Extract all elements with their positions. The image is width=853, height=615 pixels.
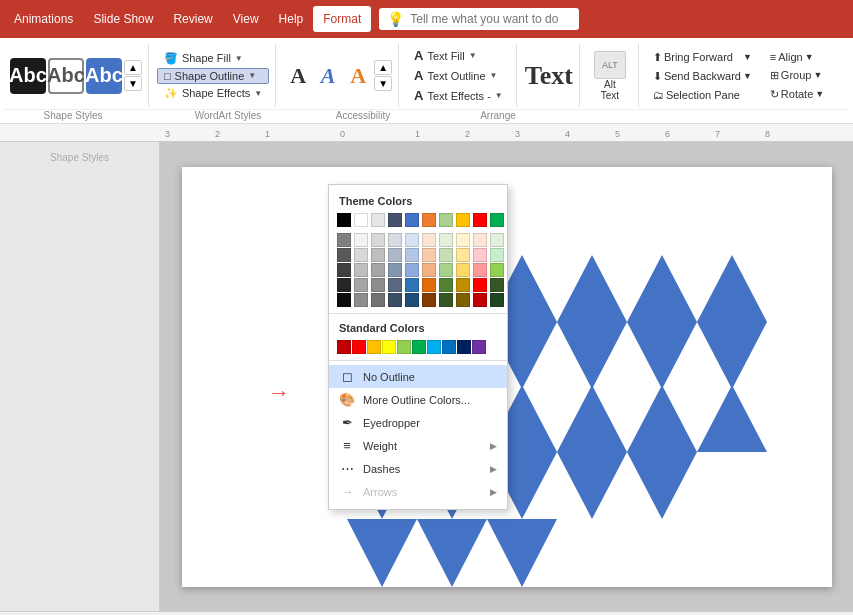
standard-color-cell[interactable] (337, 340, 351, 354)
shade-color-cell[interactable] (490, 263, 504, 277)
shape-style-black[interactable]: Abc (10, 58, 46, 94)
shade-color-cell[interactable] (490, 293, 504, 307)
shade-color-cell[interactable] (439, 293, 453, 307)
shade-color-cell[interactable] (439, 248, 453, 262)
dropdown-item[interactable]: ◻No Outline (329, 365, 507, 388)
selection-pane-btn[interactable]: 🗂 Selection Pane (647, 87, 758, 103)
shade-color-cell[interactable] (354, 263, 368, 277)
menu-animations[interactable]: Animations (4, 6, 83, 32)
shades-row[interactable] (337, 263, 499, 277)
shade-color-cell[interactable] (405, 233, 419, 247)
shade-color-cell[interactable] (439, 263, 453, 277)
shade-color-cell[interactable] (422, 263, 436, 277)
canvas-area[interactable]: → Theme Colors Standard Colors ◻No Outli… (160, 142, 853, 611)
wordart-scroll-more[interactable]: ▼ (374, 76, 392, 91)
shade-color-cell[interactable] (456, 293, 470, 307)
search-input[interactable] (410, 12, 570, 26)
shade-color-cell[interactable] (405, 263, 419, 277)
shade-color-cell[interactable] (473, 233, 487, 247)
bring-forward-btn[interactable]: ⬆ Bring Forward ▼ (647, 49, 758, 66)
theme-color-cell[interactable] (354, 213, 368, 227)
menu-slideshow[interactable]: Slide Show (83, 6, 163, 32)
dropdown-item[interactable]: 🎨More Outline Colors... (329, 388, 507, 411)
shade-color-cell[interactable] (422, 293, 436, 307)
shade-color-cell[interactable] (388, 263, 402, 277)
rotate-btn[interactable]: ↻ Rotate ▼ (764, 86, 830, 103)
shade-color-cell[interactable] (337, 293, 351, 307)
theme-color-cell[interactable] (371, 213, 385, 227)
shade-color-cell[interactable] (422, 278, 436, 292)
shade-color-cell[interactable] (473, 248, 487, 262)
theme-color-cell[interactable] (439, 213, 453, 227)
shade-color-cell[interactable] (354, 233, 368, 247)
shape-outline-btn[interactable]: □ Shape Outline ▼ (157, 68, 269, 84)
shade-color-cell[interactable] (473, 263, 487, 277)
standard-color-cell[interactable] (352, 340, 366, 354)
dropdown-item[interactable]: ⋯Dashes▶ (329, 457, 507, 480)
standard-color-cell[interactable] (442, 340, 456, 354)
dropdown-item[interactable]: ≡Weight▶ (329, 434, 507, 457)
shade-color-cell[interactable] (371, 293, 385, 307)
shade-color-cell[interactable] (439, 233, 453, 247)
shade-color-cell[interactable] (473, 293, 487, 307)
shade-color-cell[interactable] (354, 278, 368, 292)
text-effects-btn[interactable]: A Text Effects - ▼ (407, 86, 510, 105)
menu-review[interactable]: Review (163, 6, 222, 32)
standard-color-cell[interactable] (367, 340, 381, 354)
theme-color-grid[interactable] (329, 211, 507, 229)
theme-color-cell[interactable] (337, 213, 351, 227)
shade-color-cell[interactable] (337, 263, 351, 277)
shade-color-cell[interactable] (337, 233, 351, 247)
shade-color-cell[interactable] (371, 248, 385, 262)
shade-color-cell[interactable] (422, 233, 436, 247)
shades-row[interactable] (337, 233, 499, 247)
shade-color-cell[interactable] (354, 248, 368, 262)
search-box[interactable]: 💡 (379, 8, 579, 30)
shade-color-cell[interactable] (456, 248, 470, 262)
shade-color-cell[interactable] (337, 248, 351, 262)
theme-color-cell[interactable] (405, 213, 419, 227)
theme-color-cell[interactable] (422, 213, 436, 227)
standard-colors-row[interactable] (329, 338, 507, 356)
standard-color-cell[interactable] (412, 340, 426, 354)
shade-color-cell[interactable] (490, 248, 504, 262)
shade-color-cell[interactable] (473, 278, 487, 292)
standard-color-cell[interactable] (457, 340, 471, 354)
shape-style-white[interactable]: Abc (48, 58, 84, 94)
shade-color-cell[interactable] (388, 248, 402, 262)
alt-text-btn[interactable]: ALT Alt Text (588, 49, 632, 103)
shade-color-cell[interactable] (439, 278, 453, 292)
shade-color-cell[interactable] (405, 293, 419, 307)
shape-scroll-more[interactable]: ▼ (124, 76, 142, 91)
shade-color-cell[interactable] (456, 233, 470, 247)
menu-help[interactable]: Help (269, 6, 314, 32)
shape-scroll-up[interactable]: ▲ (124, 60, 142, 75)
text-fill-btn[interactable]: A Text Fill ▼ (407, 46, 510, 65)
shades-grid[interactable] (329, 233, 507, 307)
shade-color-cell[interactable] (371, 233, 385, 247)
shades-row[interactable] (337, 293, 499, 307)
shade-color-cell[interactable] (422, 248, 436, 262)
standard-color-cell[interactable] (397, 340, 411, 354)
wordart-scroll-up[interactable]: ▲ (374, 60, 392, 75)
shade-color-cell[interactable] (388, 233, 402, 247)
theme-color-cell[interactable] (473, 213, 487, 227)
theme-color-cell[interactable] (490, 213, 504, 227)
theme-color-cell[interactable] (388, 213, 402, 227)
shade-color-cell[interactable] (456, 263, 470, 277)
shape-style-blue[interactable]: Abc (86, 58, 122, 94)
shades-row[interactable] (337, 278, 499, 292)
standard-color-cell[interactable] (382, 340, 396, 354)
wordart-a-plain[interactable]: A (284, 60, 312, 92)
shade-color-cell[interactable] (490, 233, 504, 247)
wordart-a-gradient[interactable]: A (344, 60, 372, 92)
shade-color-cell[interactable] (388, 293, 402, 307)
shade-color-cell[interactable] (371, 278, 385, 292)
shades-row[interactable] (337, 248, 499, 262)
shade-color-cell[interactable] (388, 278, 402, 292)
group-btn[interactable]: ⊞ Group ▼ (764, 67, 830, 84)
dropdown-item[interactable]: ✒Eyedropper (329, 411, 507, 434)
align-btn[interactable]: ≡ Align ▼ (764, 49, 830, 65)
menu-format[interactable]: Format (313, 6, 371, 32)
menu-view[interactable]: View (223, 6, 269, 32)
